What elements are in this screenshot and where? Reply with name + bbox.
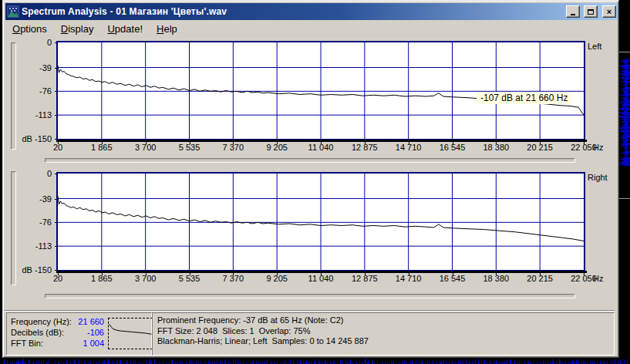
close-icon: ×	[607, 8, 611, 15]
y-tick-label: -76	[7, 217, 52, 227]
x-tick-label: 9 205	[255, 274, 298, 283]
readout-row: FFT Bin:1 004	[11, 338, 104, 349]
x-tick-label: 3 700	[124, 274, 167, 283]
x-tick-label: 7 370	[211, 143, 254, 152]
window-title: Spectrum Analysis - 01 Магазин 'Цветы'.w…	[22, 6, 562, 17]
menu-item-update[interactable]: Update!	[100, 22, 150, 36]
maximize-icon	[588, 9, 594, 15]
x-axis-line	[56, 271, 587, 273]
spectrum-thumbnail[interactable]	[108, 318, 153, 349]
readout-row: Frequency (Hz):21 660	[11, 316, 104, 327]
x-tick-label: 1 865	[80, 143, 123, 152]
y-tick-label: 0	[7, 169, 52, 178]
x-tick-label: 9 205	[255, 143, 298, 152]
menu-item-display[interactable]: Display	[54, 22, 101, 36]
x-tick-label: 11 040	[299, 143, 342, 152]
minimize-button[interactable]	[566, 5, 580, 18]
readout-value: -106	[87, 327, 104, 338]
cursor-readout-tooltip: -107 dB at 21 660 Hz	[477, 92, 571, 104]
x-tick-label: 16 545	[431, 274, 474, 283]
x-tick-label: 14 710	[387, 143, 430, 152]
x-tick-label: 20 215	[518, 274, 561, 283]
readout-value: 1 004	[83, 338, 104, 349]
status-lines: Prominent Frequency: -37 dB at 65 Hz (No…	[157, 315, 614, 347]
x-tick-label: 3 700	[124, 143, 167, 152]
spectrum-plot-left[interactable]	[56, 41, 585, 140]
readout-row: Decibels (dB):-106	[11, 327, 104, 338]
maximize-button[interactable]	[584, 5, 598, 18]
x-tick-label: 14 710	[387, 274, 430, 283]
y-tick-label: -113	[7, 110, 52, 120]
status-line: FFT Size: 2 048 Slices: 1 Overlap: 75%	[157, 326, 614, 337]
x-tick-label: 18 380	[474, 274, 517, 283]
y-tick-label: -39	[7, 194, 52, 204]
desktop-waveform-right	[619, 0, 630, 364]
x-tick-label: 12 875	[343, 143, 386, 152]
x-tick-label: 12 875	[343, 274, 386, 283]
y-tick-label: -113	[7, 241, 52, 251]
y-tick-label: -76	[7, 86, 52, 96]
y-tick-label: 0	[7, 38, 52, 47]
x-tick-label: 11 040	[299, 274, 342, 283]
readout-value: 21 660	[78, 316, 104, 327]
spectrum-plot-right[interactable]	[56, 172, 585, 271]
x-tick-label: 20	[36, 143, 79, 152]
x-tick-label: 5 535	[168, 143, 211, 152]
x-tick-label: 18 380	[474, 143, 517, 152]
minimize-icon	[571, 14, 575, 15]
thumbnail-trace	[109, 324, 152, 334]
status-panel: Prominent Frequency: -37 dB at 65 Hz (No…	[152, 312, 615, 356]
menu-item-options[interactable]: Options	[5, 22, 54, 36]
x-axis-unit: Hz	[593, 143, 603, 152]
x-tick-label: 5 535	[168, 274, 211, 283]
x-axis-line	[56, 140, 587, 142]
x-axis-unit: Hz	[593, 274, 603, 283]
title-bar[interactable]: Spectrum Analysis - 01 Магазин 'Цветы'.w…	[5, 3, 618, 20]
screen: Spectrum Analysis - 01 Магазин 'Цветы'.w…	[0, 0, 630, 364]
x-tick-label: 20	[36, 274, 79, 283]
x-tick-label: 1 865	[80, 274, 123, 283]
status-line: Blackman-Harris; Linear; Left Samples: 0…	[157, 336, 614, 347]
panel-divider	[4, 310, 615, 312]
desktop-waveform-bottom	[0, 358, 630, 364]
readout-label: Decibels (dB):	[11, 327, 64, 338]
horizontal-zoom-slider-left[interactable]	[45, 158, 575, 163]
cursor-readout-panel: Frequency (Hz):21 660Decibels (dB):-106F…	[6, 312, 152, 356]
x-tick-label: 7 370	[211, 274, 254, 283]
channel-label-right: Right	[588, 173, 608, 182]
menu-bar: OptionsDisplayUpdate!Help	[5, 21, 618, 36]
close-button[interactable]: ×	[602, 5, 616, 18]
horizontal-zoom-slider-right[interactable]	[45, 294, 575, 298]
channel-label-left: Left	[588, 42, 601, 51]
x-tick-label: 20 215	[518, 143, 561, 152]
readout-label: Frequency (Hz):	[11, 316, 72, 327]
x-tick-label: 16 545	[431, 143, 474, 152]
menu-item-help[interactable]: Help	[150, 22, 184, 36]
status-line: Prominent Frequency: -37 dB at 65 Hz (No…	[157, 315, 614, 326]
y-tick-label: -39	[7, 63, 52, 72]
app-icon	[7, 5, 19, 18]
readout-label: FFT Bin:	[11, 338, 43, 349]
